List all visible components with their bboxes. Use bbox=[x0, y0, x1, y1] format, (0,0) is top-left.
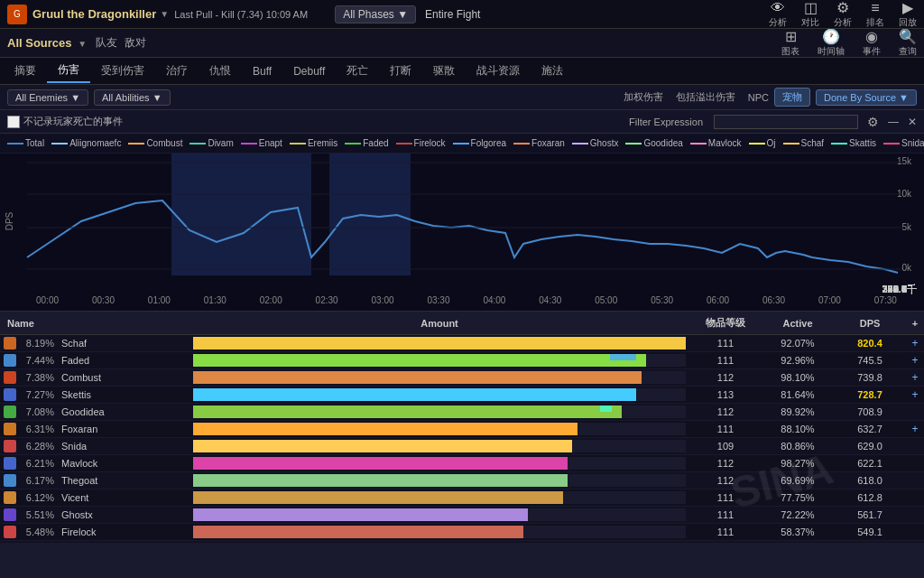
compare-icon[interactable]: ◫对比 bbox=[801, 0, 819, 29]
cell-dps: 632.7 bbox=[834, 424, 906, 434]
pull-info: Last Pull - Kill (7.34) 10:09 AM bbox=[174, 9, 308, 20]
chart-icon[interactable]: ⊞图表 bbox=[781, 28, 799, 58]
col-active[interactable]: Active bbox=[762, 318, 834, 329]
cell-name: 5.48% Firelock bbox=[0, 526, 189, 538]
bar-fill bbox=[193, 457, 568, 470]
all-abilities-btn[interactable]: All Abilities ▼ bbox=[94, 89, 171, 106]
col-amount[interactable]: Amount bbox=[189, 318, 689, 329]
chart-svg: 15k 10k 5k 0k DPS bbox=[0, 154, 924, 294]
table-row[interactable]: 6.28% Snida 285.8千 109 80.86% 629.0 bbox=[0, 438, 924, 455]
cell-dps: 739.8 bbox=[834, 372, 906, 383]
legend-item-skattis: Skattis bbox=[831, 138, 876, 148]
legend-item-eremiis: Eremiis bbox=[290, 138, 337, 148]
table-row[interactable]: 7.27% Skettis 331.1千 113 81.64% 728.7 + bbox=[0, 387, 924, 404]
pct-label: 7.38% bbox=[20, 372, 54, 383]
tab-death[interactable]: 死亡 bbox=[336, 60, 379, 82]
tab-interrupt[interactable]: 打断 bbox=[379, 60, 422, 82]
col-plus[interactable]: + bbox=[906, 318, 924, 329]
cell-active: 80.86% bbox=[762, 441, 834, 452]
tab-dispel[interactable]: 驱散 bbox=[422, 60, 466, 82]
col-name[interactable]: Name bbox=[0, 318, 189, 329]
cell-dps: 820.4 bbox=[834, 338, 906, 349]
col-item-level[interactable]: 物品等级 bbox=[689, 316, 762, 330]
table-row[interactable]: 8.19% Schaf 372.7千 111 92.07% 820.4 + bbox=[0, 335, 924, 352]
table-row[interactable]: 6.17% Thegoat 280.8千 112 69.69% 618.0 bbox=[0, 472, 924, 489]
minimize-icon[interactable]: — bbox=[888, 116, 899, 128]
tab-cast[interactable]: 施法 bbox=[531, 60, 574, 82]
boss-name[interactable]: Gruul the Dragonkiller ▼ bbox=[32, 7, 169, 21]
all-enemies-btn[interactable]: All Enemies ▼ bbox=[7, 89, 88, 106]
cell-item-level: 111 bbox=[689, 338, 762, 349]
replay-icon[interactable]: ▶回放 bbox=[899, 0, 917, 29]
player-avatar bbox=[4, 474, 16, 487]
close-chart-icon[interactable]: ✕ bbox=[908, 116, 917, 128]
legend-item-schaf: Schaf bbox=[783, 138, 825, 148]
pct-label: 6.21% bbox=[20, 458, 54, 469]
tab-damage[interactable]: 伤害 bbox=[47, 59, 90, 83]
cell-bar: 278.4千 bbox=[189, 491, 689, 504]
bar-fill bbox=[193, 388, 636, 401]
tab-healing[interactable]: 治疗 bbox=[155, 60, 199, 82]
query-icon[interactable]: 🔍查询 bbox=[899, 28, 917, 58]
cell-bar: 280.8千 bbox=[189, 474, 689, 487]
enemy-label: 敌对 bbox=[125, 35, 146, 51]
bar-fill bbox=[193, 474, 568, 487]
cell-name: 6.31% Foxaran bbox=[0, 423, 189, 435]
right-icons2: ⊞图表 🕐时间轴 ◉事件 🔍查询 bbox=[781, 28, 917, 58]
bar-secondary bbox=[610, 354, 636, 360]
tab-damage-taken[interactable]: 受到伤害 bbox=[90, 60, 155, 82]
overflow-label: 包括溢出伤害 bbox=[676, 90, 735, 104]
gear-icon[interactable]: ⚙ bbox=[867, 115, 879, 129]
bar-fill bbox=[193, 371, 642, 384]
cell-dps: 745.5 bbox=[834, 355, 906, 366]
legend-item-ghostx: Ghostx bbox=[572, 138, 619, 148]
rank-icon[interactable]: ≡排名 bbox=[866, 0, 884, 29]
cell-item-level: 112 bbox=[689, 458, 762, 469]
legend-item-folgorea: Folgorea bbox=[453, 138, 506, 148]
tab-buff[interactable]: Buff bbox=[242, 61, 282, 81]
table-row[interactable]: 6.31% Foxaran 287.5千 111 88.10% 632.7 + bbox=[0, 421, 924, 438]
cell-bar: 372.7千 bbox=[189, 337, 689, 350]
table-row[interactable]: 6.12% Vicent 278.4千 111 77.75% 612.8 bbox=[0, 489, 924, 507]
npc-btn[interactable]: NPC bbox=[748, 92, 769, 103]
tab-resources[interactable]: 战斗资源 bbox=[466, 60, 531, 82]
event-checkbox[interactable]: 不记录玩家死亡的事件 bbox=[7, 115, 123, 128]
event-checkbox-box[interactable] bbox=[7, 116, 20, 128]
player-name: Mavlock bbox=[61, 458, 97, 469]
filter-input[interactable] bbox=[714, 115, 858, 129]
tab-debuff[interactable]: Debuff bbox=[282, 61, 336, 81]
table-row[interactable]: 4.91% Eremiis 223.4千 112 98.31% 491.6 bbox=[0, 541, 924, 543]
cell-plus[interactable]: + bbox=[906, 354, 924, 367]
cell-plus[interactable]: + bbox=[906, 423, 924, 435]
svg-rect-0 bbox=[171, 154, 311, 275]
table-body: 8.19% Schaf 372.7千 111 92.07% 820.4 + 7.… bbox=[0, 335, 924, 543]
pet-btn[interactable]: 宠物 bbox=[774, 88, 810, 107]
table-row[interactable]: 7.44% Faded 338.7千 111 92.96% 745.5 + bbox=[0, 352, 924, 369]
cell-active: 72.22% bbox=[762, 509, 834, 520]
cell-plus[interactable]: + bbox=[906, 388, 924, 401]
phases-btn[interactable]: All Phases ▼ bbox=[335, 5, 416, 23]
cell-item-level: 112 bbox=[689, 475, 762, 486]
bar-fill bbox=[193, 526, 523, 538]
player-name: Thegoat bbox=[61, 475, 97, 486]
cell-dps: 728.7 bbox=[834, 389, 906, 400]
analyze2-icon[interactable]: ⚙分析 bbox=[834, 0, 852, 29]
cell-active: 89.92% bbox=[762, 406, 834, 417]
table-row[interactable]: 5.51% Ghostx 250.7千 111 72.22% 561.7 bbox=[0, 507, 924, 524]
table-row[interactable]: 7.08% Goodidea 322.1千 112 89.92% 708.9 bbox=[0, 404, 924, 421]
all-sources-btn[interactable]: All Sources ▼ bbox=[7, 36, 87, 50]
events-icon[interactable]: ◉事件 bbox=[863, 28, 881, 58]
col-dps[interactable]: DPS bbox=[834, 318, 906, 329]
player-name: Vicent bbox=[61, 492, 88, 503]
tab-summary[interactable]: 摘要 bbox=[4, 60, 47, 82]
analyze-icon[interactable]: 👁分析 bbox=[769, 0, 787, 29]
svg-text:0k: 0k bbox=[901, 263, 912, 273]
table-row[interactable]: 6.21% Mavlock 282.6千 112 98.27% 622.1 bbox=[0, 455, 924, 472]
table-row[interactable]: 7.38% Combust 336.1千 112 98.10% 739.8 + bbox=[0, 369, 924, 387]
tab-hatred[interactable]: 仇恨 bbox=[199, 60, 242, 82]
done-source-btn[interactable]: Done By Source ▼ bbox=[816, 89, 917, 106]
cell-plus[interactable]: + bbox=[906, 371, 924, 384]
cell-plus[interactable]: + bbox=[906, 337, 924, 350]
timeline-icon[interactable]: 🕐时间轴 bbox=[818, 28, 845, 58]
table-row[interactable]: 5.48% Firelock 249.5千 111 58.37% 549.1 bbox=[0, 524, 924, 541]
